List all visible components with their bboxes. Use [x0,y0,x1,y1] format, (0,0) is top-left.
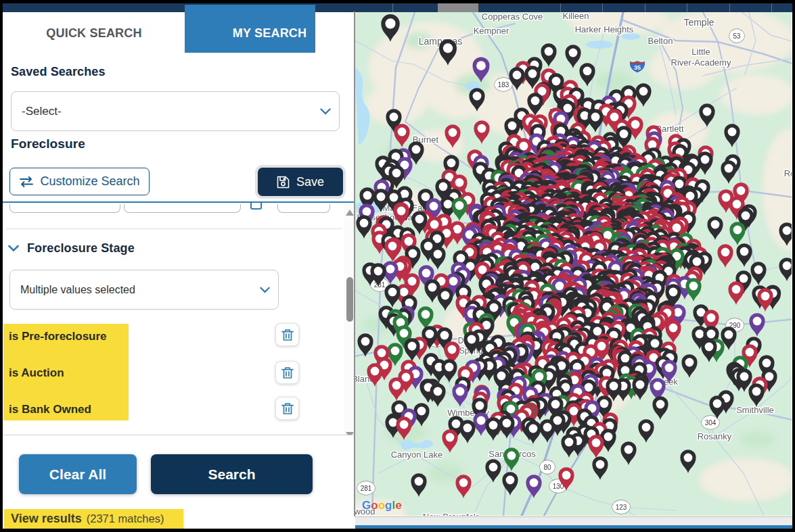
svg-text:Little: Little [691,47,710,57]
svg-text:Smithville: Smithville [736,405,774,415]
svg-text:123: 123 [616,504,627,511]
svg-text:183: 183 [498,81,509,89]
svg-text:304: 304 [705,419,717,427]
svg-text:Rosanky: Rosanky [698,431,732,441]
svg-text:Copperas Cove: Copperas Cove [482,12,543,22]
svg-text:Temple: Temple [683,17,714,28]
svg-text:Belton: Belton [648,36,673,46]
svg-text:Ro: Ro [784,168,792,178]
svg-text:Kempner: Kempner [474,26,509,36]
svg-text:35: 35 [634,64,641,71]
svg-text:Canyon Lake: Canyon Lake [391,450,443,460]
svg-text:Killeen: Killeen [562,12,589,21]
svg-text:Google: Google [362,499,402,512]
svg-text:Harker Heights: Harker Heights [575,24,634,34]
svg-text:80: 80 [543,464,551,471]
svg-text:New Braunfels: New Braunfels [423,512,480,516]
svg-text:River-Academy: River-Academy [671,57,731,68]
svg-text:281: 281 [361,485,372,492]
svg-text:53: 53 [733,32,741,40]
